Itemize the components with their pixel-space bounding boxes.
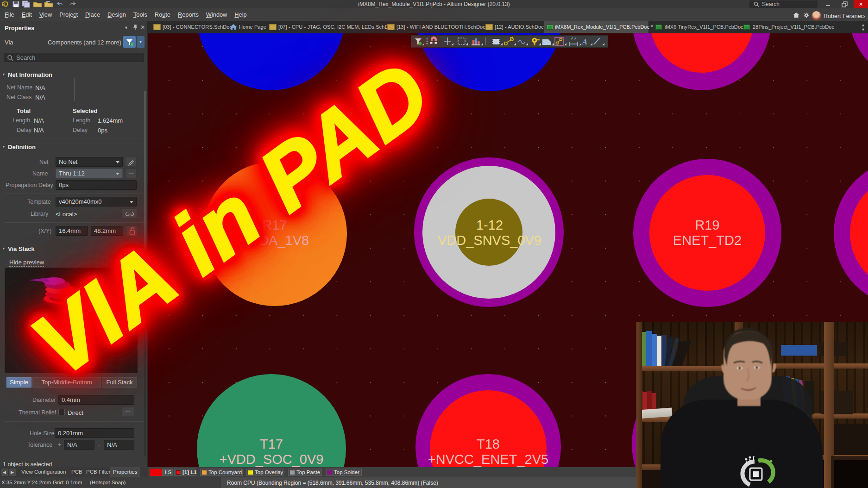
svg-text:A: A [582,38,587,46]
